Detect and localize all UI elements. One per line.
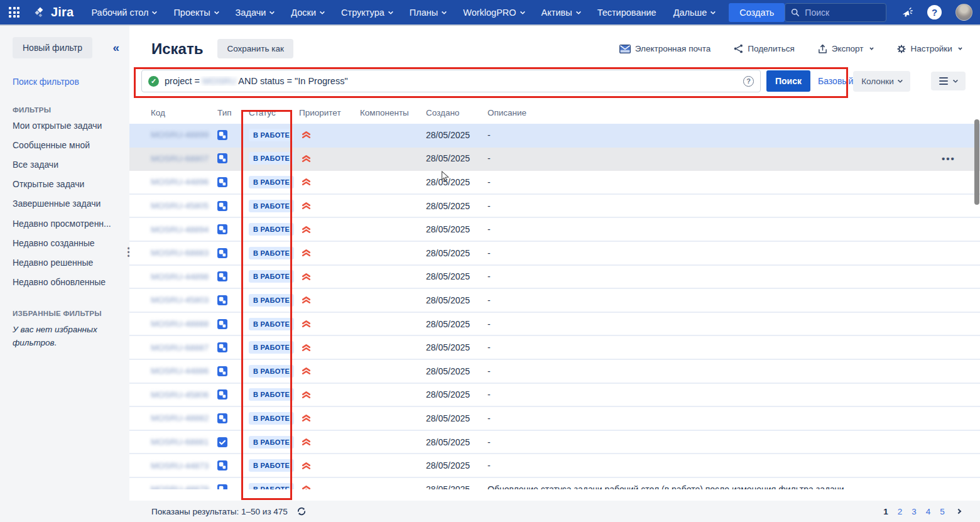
- table-row[interactable]: MOSRU-68883В РАБОТЕ28/05/2025-: [129, 242, 980, 266]
- issue-key-link[interactable]: MOSRU-45805: [151, 201, 217, 210]
- issue-type-icon: [217, 248, 249, 258]
- search-filters-link[interactable]: Поиск фильтров: [13, 77, 129, 87]
- vertical-scrollbar[interactable]: [974, 119, 979, 205]
- global-search[interactable]: [785, 3, 886, 22]
- sidebar-filter-item[interactable]: Все задачи: [13, 155, 129, 174]
- pagination-page-link[interactable]: 3: [912, 507, 917, 516]
- sidebar-filter-item[interactable]: Недавно решенные: [13, 253, 129, 272]
- pagination-page-link[interactable]: 2: [898, 507, 903, 516]
- save-as-button[interactable]: Сохранить как: [217, 39, 293, 58]
- table-row[interactable]: MOSRU-45803В РАБОТЕ28/05/2025-: [129, 289, 980, 313]
- issue-key-link[interactable]: MOSRU-48879: [151, 484, 217, 489]
- issue-key-link[interactable]: MOSRU-48882: [151, 413, 217, 423]
- table-row[interactable]: MOSRU-68881В РАБОТЕ28/05/2025-: [129, 431, 980, 455]
- nav-item[interactable]: Структура: [341, 8, 393, 18]
- issue-key-link[interactable]: MOSRU-44896: [151, 177, 217, 187]
- email-action[interactable]: Электронная почта: [619, 44, 710, 53]
- description-cell: -: [487, 224, 980, 234]
- sidebar-filter-item[interactable]: Недавно просмотренн...: [13, 214, 129, 233]
- sidebar-filter-item[interactable]: Мои открытые задачи: [13, 116, 129, 135]
- nav-item[interactable]: Доски: [291, 8, 324, 18]
- table-row[interactable]: MOSRU-48888В РАБОТЕ28/05/2025-: [129, 313, 980, 337]
- row-actions-menu-icon[interactable]: [942, 153, 956, 164]
- chevron-down-icon: [214, 9, 219, 14]
- issue-key-link[interactable]: MOSRU-48899: [151, 130, 217, 139]
- jql-search-input[interactable]: project = MOSRU AND status = "In Progres…: [141, 70, 761, 92]
- issue-key-link[interactable]: MOSRU-45806: [151, 390, 217, 400]
- settings-action[interactable]: Настройки: [896, 44, 962, 54]
- table-row[interactable]: MOSRU-68807В РАБОТЕ28/05/2025-: [129, 148, 980, 171]
- jql-help-icon[interactable]: [743, 76, 754, 87]
- jql-query-text: project = MOSRU AND status = "In Progres…: [165, 76, 738, 86]
- user-avatar[interactable]: [956, 4, 972, 21]
- basic-mode-link[interactable]: Базовый: [818, 76, 853, 86]
- table-row[interactable]: MOSRU-68887В РАБОТЕ28/05/2025-: [129, 336, 980, 360]
- column-header-key[interactable]: Код: [151, 108, 217, 117]
- table-row[interactable]: MOSRU-48894В РАБОТЕ28/05/2025-: [129, 218, 980, 242]
- new-filter-button[interactable]: Новый фильтр: [13, 37, 92, 58]
- share-action[interactable]: Поделиться: [734, 44, 795, 53]
- create-button[interactable]: Создать: [729, 3, 785, 22]
- table-row[interactable]: MOSRU-44873В РАБОТЕ28/05/2025-: [129, 454, 980, 478]
- nav-item[interactable]: WorklogPRO: [463, 8, 524, 18]
- pagination-next-icon[interactable]: [956, 509, 961, 514]
- sidebar-filter-item[interactable]: Завершенные задачи: [13, 194, 129, 214]
- issue-key-link[interactable]: MOSRU-48888: [151, 319, 217, 329]
- nav-item[interactable]: Тестирование: [597, 8, 656, 18]
- global-search-input[interactable]: [805, 8, 874, 18]
- table-row[interactable]: MOSRU-44898В РАБОТЕ28/05/2025-: [129, 266, 980, 290]
- issue-key-link[interactable]: MOSRU-68883: [151, 248, 217, 258]
- sidebar-filter-item[interactable]: Недавно обновленные: [13, 273, 129, 292]
- sidebar-filter-item[interactable]: Открытые задачи: [13, 175, 129, 194]
- column-header-created[interactable]: Создано: [426, 108, 487, 117]
- collapse-sidebar-icon[interactable]: [112, 41, 119, 55]
- issue-key-link[interactable]: MOSRU-44898: [151, 272, 217, 281]
- priority-icon: [299, 437, 360, 447]
- jira-logo[interactable]: Jira: [33, 5, 74, 19]
- issue-key-link[interactable]: MOSRU-68881: [151, 437, 217, 447]
- search-button[interactable]: Поиск: [766, 70, 810, 92]
- description-cell: -: [487, 389, 980, 400]
- description-cell: -: [487, 413, 980, 423]
- pagination-page-link[interactable]: 5: [940, 507, 945, 516]
- table-row[interactable]: MOSRU-48879В РАБОТЕ28/05/2025Обновление …: [129, 478, 980, 489]
- column-header-status[interactable]: Статус: [249, 108, 299, 117]
- nav-item[interactable]: Рабочий стол: [91, 8, 156, 18]
- column-header-priority[interactable]: Приоритет: [299, 108, 360, 117]
- app-switcher-icon[interactable]: [9, 7, 19, 18]
- table-row[interactable]: MOSRU-44886В РАБОТЕ28/05/2025-: [129, 360, 980, 384]
- export-action[interactable]: Экспорт: [818, 44, 873, 54]
- nav-item[interactable]: Проекты: [173, 8, 218, 18]
- columns-button[interactable]: Колонки: [853, 71, 910, 92]
- nav-item[interactable]: Дальше: [673, 8, 716, 18]
- results-count-text: Показаны результаты: 1–50 из 475: [151, 507, 288, 516]
- issue-key-link[interactable]: MOSRU-68807: [151, 154, 217, 163]
- issue-key-link[interactable]: MOSRU-48894: [151, 225, 217, 234]
- refresh-icon[interactable]: [297, 506, 307, 516]
- table-row[interactable]: MOSRU-48882В РАБОТЕ28/05/2025-: [129, 407, 980, 431]
- chevron-down-icon: [869, 46, 873, 50]
- column-header-description[interactable]: Описание: [487, 108, 980, 117]
- table-row[interactable]: MOSRU-45805В РАБОТЕ28/05/2025-: [129, 195, 980, 219]
- table-row[interactable]: MOSRU-48899В РАБОТЕ28/05/2025-: [129, 124, 980, 148]
- nav-item[interactable]: Активы: [542, 8, 580, 18]
- nav-item[interactable]: Планы: [410, 8, 446, 18]
- issue-key-link[interactable]: MOSRU-45803: [151, 295, 217, 305]
- sidebar-filter-item[interactable]: Недавно созданные: [13, 233, 129, 253]
- table-row[interactable]: MOSRU-44896В РАБОТЕ28/05/2025-: [129, 171, 980, 195]
- help-icon[interactable]: [927, 5, 942, 19]
- column-header-components[interactable]: Компоненты: [360, 108, 426, 117]
- table-row[interactable]: MOSRU-45806В РАБОТЕ28/05/2025-: [129, 384, 980, 408]
- issue-key-link[interactable]: MOSRU-44873: [151, 461, 217, 470]
- view-mode-button[interactable]: [931, 72, 966, 90]
- nav-item[interactable]: Задачи: [236, 8, 275, 18]
- pagination-page-link[interactable]: 4: [926, 507, 931, 516]
- issue-key-link[interactable]: MOSRU-68887: [151, 343, 217, 352]
- status-badge: В РАБОТЕ: [249, 247, 294, 259]
- column-header-type[interactable]: Тип: [217, 108, 249, 117]
- created-date: 28/05/2025: [426, 248, 487, 258]
- issue-key-link[interactable]: MOSRU-44886: [151, 366, 217, 376]
- announcements-icon[interactable]: [900, 6, 913, 19]
- sidebar-filter-item[interactable]: Сообщенные мной: [13, 135, 129, 155]
- status-badge: В РАБОТЕ: [249, 129, 294, 141]
